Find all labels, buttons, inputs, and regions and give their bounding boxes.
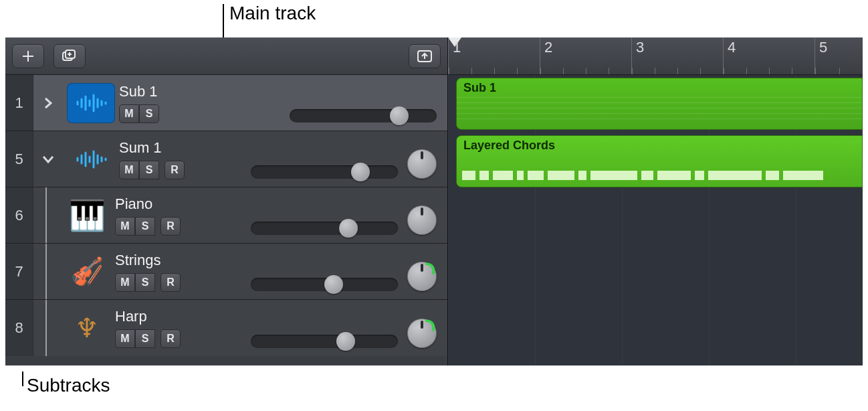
timeline-ruler[interactable]: 1 2 3 4 5 — [448, 37, 863, 75]
audio-wave-icon — [75, 150, 107, 169]
track-name-label: Sum 1 — [119, 139, 226, 157]
disclosure-toggle[interactable] — [33, 75, 63, 131]
solo-button[interactable]: S — [139, 161, 159, 179]
record-button[interactable]: R — [160, 273, 181, 292]
subtrack-bracket — [45, 300, 59, 356]
duplicate-track-button[interactable] — [53, 44, 86, 68]
pan-knob[interactable] — [407, 149, 437, 179]
collapse-icon — [417, 50, 432, 62]
pan-knob[interactable] — [407, 206, 437, 235]
track-instrument-icon[interactable]: 🎻 — [63, 252, 111, 292]
audio-region[interactable]: Sub 1 — [456, 78, 863, 130]
pan-knob[interactable] — [407, 319, 437, 348]
track-row-subtrack[interactable]: 7 🎻 Strings M S R — [5, 244, 447, 300]
stack-plus-icon — [62, 50, 77, 63]
mute-button[interactable]: M — [119, 104, 139, 123]
track-instrument-icon[interactable] — [67, 83, 115, 123]
audio-wave-icon — [75, 94, 107, 112]
mute-button[interactable]: M — [115, 217, 135, 236]
volume-slider[interactable] — [251, 222, 398, 235]
pan-knob[interactable] — [407, 262, 437, 291]
track-number: 1 — [5, 75, 33, 131]
ruler-mark: 5 — [819, 39, 827, 56]
slider-thumb[interactable] — [339, 219, 358, 238]
volume-slider[interactable] — [251, 278, 398, 291]
record-button[interactable]: R — [160, 217, 181, 236]
record-button[interactable]: R — [160, 329, 181, 348]
add-track-button[interactable] — [12, 44, 44, 68]
collapse-button[interactable] — [409, 44, 441, 68]
ruler-mark: 1 — [453, 39, 461, 56]
track-row-subtrack[interactable]: 8 ♆ Harp M S R — [5, 300, 447, 356]
plus-icon — [21, 50, 35, 63]
track-name-label: Harp — [115, 308, 222, 325]
track-number: 8 — [5, 300, 33, 356]
slider-thumb[interactable] — [324, 275, 343, 294]
timeline-pane[interactable]: 1 2 3 4 5 Sub 1 Layered Chords — [448, 37, 863, 365]
solo-button[interactable]: S — [135, 273, 155, 292]
track-instrument-icon[interactable] — [67, 139, 115, 179]
track-name-label: Piano — [115, 195, 222, 213]
mute-button[interactable]: M — [115, 273, 135, 292]
waveform-icon — [457, 97, 862, 124]
annotation-subtracks-line — [22, 372, 23, 386]
slider-thumb[interactable] — [336, 332, 355, 351]
track-row[interactable]: 1 — [5, 75, 447, 131]
annotation-subtracks: Subtracks — [27, 375, 110, 396]
ruler-mark: 2 — [544, 39, 552, 56]
track-number: 7 — [5, 244, 33, 299]
track-number: 5 — [5, 131, 33, 187]
annotation-main-track: Main track — [229, 3, 316, 24]
disclosure-toggle[interactable] — [33, 131, 63, 187]
mute-button[interactable]: M — [115, 329, 135, 348]
track-list: 1 — [5, 75, 447, 365]
midi-region[interactable]: Layered Chords — [456, 135, 863, 187]
region-label: Sub 1 — [463, 81, 496, 94]
track-row[interactable]: 5 — [5, 131, 447, 187]
track-instrument-icon[interactable]: 🎹 — [63, 195, 111, 236]
track-header-pane: 1 — [5, 37, 448, 365]
subtrack-bracket — [45, 187, 59, 243]
record-button[interactable]: R — [165, 161, 185, 179]
ruler-mark: 3 — [636, 39, 644, 56]
track-instrument-icon[interactable]: ♆ — [63, 308, 111, 348]
volume-slider[interactable] — [251, 165, 398, 179]
arrangement-area[interactable]: Sub 1 Layered Chords — [448, 75, 863, 365]
region-label: Layered Chords — [463, 139, 555, 152]
track-row-subtrack[interactable]: 6 🎹 Piano M S R — [5, 187, 447, 244]
subtrack-bracket — [45, 244, 59, 299]
solo-button[interactable]: S — [135, 329, 155, 348]
volume-slider[interactable] — [290, 109, 437, 122]
volume-slider[interactable] — [251, 335, 398, 348]
ruler-mark: 4 — [728, 39, 736, 56]
slider-thumb[interactable] — [351, 163, 370, 181]
mute-button[interactable]: M — [119, 161, 139, 179]
solo-button[interactable]: S — [139, 104, 159, 123]
daw-window: 1 — [5, 37, 863, 365]
solo-button[interactable]: S — [135, 217, 155, 236]
slider-thumb[interactable] — [390, 106, 409, 125]
midi-notes-icon — [462, 160, 857, 180]
track-name-label: Strings — [115, 252, 222, 269]
track-name-label: Sub 1 — [119, 83, 226, 100]
track-toolbar — [5, 37, 447, 75]
chevron-right-icon — [43, 97, 53, 109]
track-number: 6 — [5, 187, 33, 243]
chevron-down-icon — [42, 155, 54, 164]
